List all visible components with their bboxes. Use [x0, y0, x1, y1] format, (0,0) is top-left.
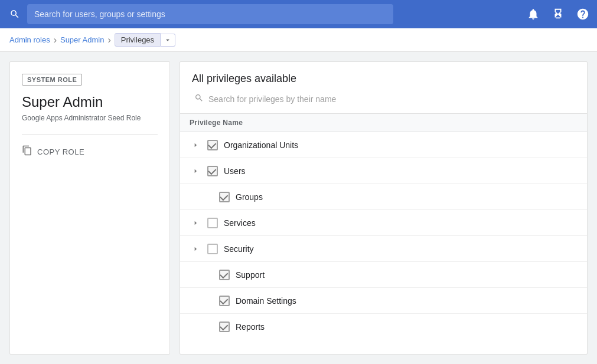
- breadcrumb-current: Privileges: [115, 33, 175, 47]
- checkbox-domain-settings[interactable]: [219, 296, 230, 306]
- checkbox-users[interactable]: [207, 166, 218, 176]
- global-search-input[interactable]: [27, 4, 393, 24]
- breadcrumb-sep-2: ›: [107, 35, 110, 45]
- breadcrumb-admin-roles[interactable]: Admin roles: [9, 35, 50, 44]
- role-title: Super Admin: [22, 94, 158, 110]
- main-content: SYSTEM ROLE Super Admin Google Apps Admi…: [0, 52, 597, 364]
- help-icon[interactable]: [576, 7, 590, 21]
- privileges-table: Privilege Name Organizational UnitsUsers…: [180, 114, 587, 354]
- left-panel: SYSTEM ROLE Super Admin Google Apps Admi…: [9, 61, 170, 355]
- privilege-name-reports: Reports: [236, 322, 265, 332]
- breadcrumb: Admin roles › Super Admin › Privileges: [0, 28, 597, 52]
- privileges-title: All privileges available: [192, 73, 575, 85]
- checkbox-services[interactable]: [207, 218, 218, 228]
- role-description: Google Apps Administrator Seed Role: [22, 114, 158, 122]
- privileges-search-wrap: [192, 93, 575, 105]
- copy-icon: [22, 145, 32, 158]
- column-header-privilege-name: Privilege Name: [180, 114, 587, 132]
- expand-btn-services[interactable]: [190, 217, 201, 229]
- app-header: [0, 0, 597, 28]
- privileges-search-input[interactable]: [208, 94, 573, 104]
- checkbox-org-units[interactable]: [207, 140, 218, 150]
- expand-btn-org-units[interactable]: [190, 139, 201, 151]
- notification-icon[interactable]: [526, 7, 540, 21]
- system-role-badge: SYSTEM ROLE: [22, 74, 82, 86]
- breadcrumb-super-admin[interactable]: Super Admin: [60, 35, 104, 44]
- privilege-row-groups: Groups: [180, 184, 587, 210]
- privilege-row-users: Users: [180, 158, 587, 184]
- breadcrumb-dropdown-btn[interactable]: [161, 34, 175, 47]
- breadcrumb-sep-1: ›: [54, 35, 57, 45]
- expand-btn-users[interactable]: [190, 165, 201, 177]
- copy-role-label: COPY ROLE: [37, 147, 84, 156]
- header-icons: [526, 7, 590, 21]
- checkbox-support[interactable]: [219, 270, 230, 280]
- hourglass-icon[interactable]: [551, 7, 565, 21]
- right-panel: All privileges available Privilege Name …: [180, 61, 588, 355]
- expand-btn-security[interactable]: [190, 243, 201, 255]
- privilege-row-support: Support: [180, 262, 587, 288]
- privilege-name-users: Users: [224, 166, 246, 176]
- privilege-name-groups: Groups: [236, 192, 263, 202]
- checkbox-groups[interactable]: [219, 192, 230, 202]
- checkbox-reports[interactable]: [219, 322, 230, 332]
- privilege-name-support: Support: [236, 270, 265, 280]
- privilege-row-security: Security: [180, 236, 587, 262]
- panel-divider: [22, 134, 158, 135]
- right-header: All privileges available: [180, 62, 587, 114]
- privilege-row-domain-settings: Domain Settings: [180, 288, 587, 314]
- checkbox-security[interactable]: [207, 244, 218, 254]
- privilege-row-reports: Reports: [180, 314, 587, 340]
- copy-role-button[interactable]: COPY ROLE: [22, 143, 84, 160]
- priv-search-icon: [194, 93, 204, 105]
- privilege-row-services: Services: [180, 210, 587, 236]
- privilege-name-security: Security: [224, 244, 254, 254]
- privilege-row-org-units: Organizational Units: [180, 132, 587, 158]
- privilege-name-org-units: Organizational Units: [224, 140, 298, 150]
- privilege-name-domain-settings: Domain Settings: [236, 296, 296, 306]
- search-icon: [7, 9, 22, 19]
- breadcrumb-privileges: Privileges: [115, 33, 161, 47]
- privilege-name-services: Services: [224, 218, 256, 228]
